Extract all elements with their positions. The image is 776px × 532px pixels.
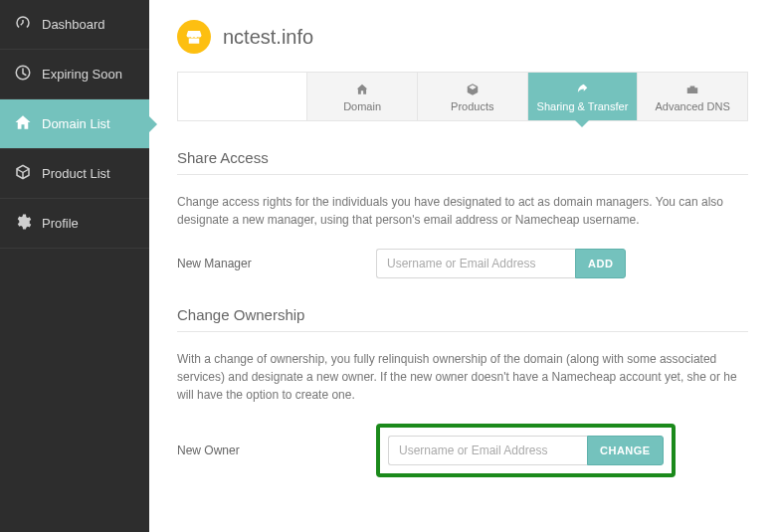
sidebar-item-expiring-soon[interactable]: Expiring Soon [0,50,149,99]
tab-sharing-transfer[interactable]: Sharing & Transfer [528,73,639,120]
tab-domain[interactable]: Domain [307,73,418,120]
sidebar: Dashboard Expiring Soon Domain List Prod… [0,0,149,532]
change-ownership-section: Change Ownership With a change of owners… [177,306,748,477]
share-access-section: Share Access Change access rights for th… [177,149,748,278]
tab-label: Domain [343,100,381,112]
new-manager-input-group: ADD [376,249,626,278]
tab-bar: Domain Products Sharing & Transfer Advan… [177,72,748,121]
new-owner-label: New Owner [177,443,376,457]
clock-icon [14,64,32,85]
sidebar-item-label: Profile [42,216,79,231]
sidebar-item-product-list[interactable]: Product List [0,149,149,199]
sidebar-item-label: Dashboard [42,17,105,32]
tab-products[interactable]: Products [418,73,528,120]
tab-label: Advanced DNS [656,100,730,112]
box-icon [424,83,521,96]
new-manager-row: New Manager ADD [177,249,748,278]
house-icon [14,113,32,134]
sidebar-item-label: Expiring Soon [42,67,122,82]
share-icon [534,83,632,96]
dashboard-icon [14,14,32,35]
new-owner-input-group: CHANGE [388,436,664,465]
change-ownership-title: Change Ownership [177,306,748,332]
sidebar-item-label: Product List [42,166,110,181]
new-owner-input[interactable] [388,436,587,465]
add-manager-button[interactable]: ADD [575,249,626,278]
new-manager-input[interactable] [376,249,575,278]
highlight-box: CHANGE [376,424,676,477]
domain-name: nctest.info [223,26,313,49]
tab-advanced-dns[interactable]: Advanced DNS [638,73,747,120]
tab-label: Products [451,100,493,112]
domain-header: nctest.info [177,20,748,54]
tab-label: Sharing & Transfer [537,100,629,112]
sidebar-item-domain-list[interactable]: Domain List [0,99,149,149]
main-content: nctest.info Domain Products Sharing & Tr… [149,0,776,532]
share-access-description: Change access rights for the individuals… [177,193,748,229]
sidebar-item-label: Domain List [42,116,110,131]
tab-spacer [178,73,307,120]
share-access-title: Share Access [177,149,748,175]
house-icon [313,83,411,96]
box-icon [14,163,32,184]
new-manager-label: New Manager [177,257,376,270]
toolbox-icon [644,83,741,96]
change-ownership-description: With a change of ownership, you fully re… [177,350,748,404]
sidebar-item-profile[interactable]: Profile [0,199,149,249]
storefront-icon [177,20,211,54]
gear-icon [14,213,32,234]
change-owner-button[interactable]: CHANGE [587,436,664,465]
sidebar-item-dashboard[interactable]: Dashboard [0,0,149,50]
new-owner-row: New Owner CHANGE [177,424,748,477]
